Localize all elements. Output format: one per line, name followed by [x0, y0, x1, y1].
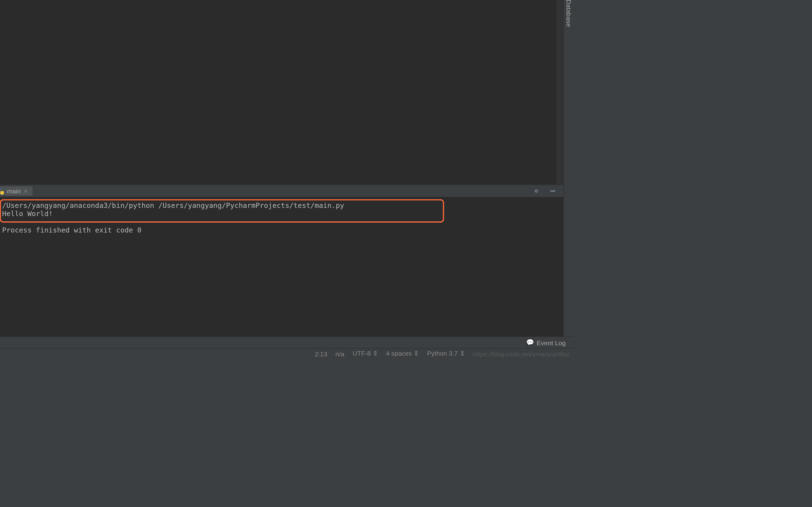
python-file-icon: [0, 187, 4, 194]
console-command-line: /Users/yangyang/anaconda3/bin/python /Us…: [2, 202, 344, 210]
status-watermark: https://blog.csdn.net/ymaoyun9bu: [473, 350, 569, 357]
run-console[interactable]: /Users/yangyang/anaconda3/bin/python /Us…: [0, 197, 563, 336]
status-bar: ▢ PEP 8: no newline at end of file 2:13 …: [0, 348, 574, 359]
gear-icon[interactable]: [530, 185, 542, 197]
svg-point-23: [535, 190, 538, 192]
editor-text-area[interactable]: print('Hello World!'): [0, 0, 556, 185]
hide-toolwindow-icon[interactable]: [547, 185, 558, 197]
run-config-tab[interactable]: main ×: [0, 186, 32, 196]
code-editor[interactable]: 1 print('Hello World!'): [0, 0, 563, 185]
event-log-label: Event Log: [537, 339, 566, 346]
bottom-toolwindow-stripe: Python Console ⌨ Terminal ▶ 4: Run ≡ 6: …: [0, 337, 574, 348]
editor-error-stripe[interactable]: [556, 0, 563, 185]
run-toolwindow: Run: main ×: [0, 185, 563, 337]
bottom-tab-event-log[interactable]: 💬 Event Log: [523, 338, 569, 347]
database-label: Database: [565, 0, 572, 27]
ide-window: ▸ test 〉 main.py main ▼: [0, 0, 574, 359]
console-output-line: Hello World!: [2, 210, 53, 218]
status-line-separator[interactable]: n/a: [336, 350, 344, 357]
chat-bubble-icon: 💬: [526, 339, 534, 346]
status-indent[interactable]: 4 spaces ⇕: [386, 350, 419, 357]
main-split: 1: Project ★ 2: Favorites 7: Structure ▤…: [0, 0, 574, 337]
run-toolwindow-body: ↑ ↓ ▭ ⇥ 📌 ⎙: [0, 197, 563, 336]
run-toolwindow-header: Run: main ×: [0, 185, 563, 197]
run-config-tab-label: main: [7, 187, 21, 194]
close-icon[interactable]: ×: [24, 187, 28, 194]
status-caret-position[interactable]: 2:13: [315, 350, 327, 357]
toolwindow-database-tab[interactable]: ≣ Database: [565, 0, 572, 27]
status-encoding[interactable]: UTF-8 ⇕: [353, 350, 378, 357]
status-interpreter[interactable]: Python 3.7 ⇕: [427, 350, 465, 357]
right-toolwindow-stripe: ⊞ SciView ⊡ Remote Host ≣ Database: [563, 0, 574, 337]
console-exit-line: Process finished with exit code 0: [2, 226, 142, 234]
editor-column: main.py × 1 print('Hello World!') Ru: [0, 0, 563, 337]
